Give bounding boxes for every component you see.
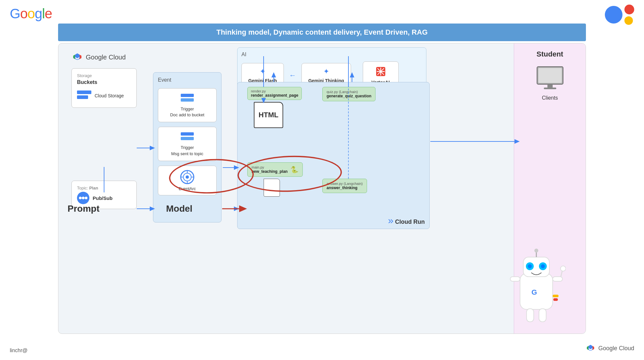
svg-point-6 <box>85 197 87 199</box>
event-title: Event <box>158 77 217 83</box>
trigger2-box: TriggerMsg sent to topic <box>158 127 217 161</box>
trigger1-icon <box>180 92 194 104</box>
storage-box: Storage Buckets Cloud Storage <box>71 68 137 108</box>
monitor-icon <box>535 65 565 91</box>
render-fn: render_assignment_page <box>251 93 298 98</box>
svg-rect-11 <box>181 132 194 136</box>
assistant-icon <box>605 5 634 25</box>
storage-subtitle: Buckets <box>77 79 131 85</box>
svg-rect-9 <box>181 94 194 97</box>
svg-rect-56 <box>553 277 562 281</box>
svg-rect-2 <box>77 95 88 99</box>
svg-text:G: G <box>531 288 537 296</box>
svg-rect-59 <box>527 309 534 322</box>
clients-label: Clients <box>542 95 558 101</box>
render-file: render.py <box>251 89 298 93</box>
svg-rect-61 <box>553 295 559 297</box>
gemini-thinking-icon: ✦ <box>308 67 344 76</box>
svg-point-50 <box>528 264 532 268</box>
cloud-storage-icon <box>77 90 91 101</box>
header-banner: Thinking model, Dynamic content delivery… <box>58 24 586 41</box>
trigger2-label: TriggerMsg sent to topic <box>162 145 212 156</box>
answer-box: answer.py (Langchain) answer_thinking <box>322 179 367 193</box>
cloud-run-icon: » <box>388 215 393 226</box>
google-cloud-label: Google Cloud <box>71 51 126 63</box>
google-logo: Google <box>10 6 52 22</box>
quiz-box: quiz.py (Langchain) generate_quiz_questi… <box>322 87 376 101</box>
quiz-file: quiz.py (Langchain) <box>327 90 371 94</box>
small-doc <box>264 179 280 197</box>
ai-title: AI <box>241 52 422 57</box>
svg-rect-12 <box>181 137 194 140</box>
eventarc-icon <box>180 170 194 184</box>
svg-rect-55 <box>510 277 520 281</box>
svg-rect-31 <box>538 68 562 83</box>
assistant-circle-red <box>624 5 634 14</box>
prompt-label: Prompt <box>68 204 100 214</box>
robot-svg: G <box>507 247 566 332</box>
html-label: HTML <box>258 111 278 119</box>
python-icon: 🐍 <box>290 166 299 173</box>
render-box: render.py render_assignment_page <box>247 87 302 100</box>
bottom-google-cloud: Google Cloud <box>585 343 634 353</box>
storage-item-label: Cloud Storage <box>95 93 124 98</box>
storage-section-label: Storage <box>77 73 131 78</box>
svg-rect-32 <box>547 84 553 88</box>
attribution: linchr@ <box>10 348 27 353</box>
trigger1-label: TriggerTrigger Doc add to bucketDoc add … <box>162 106 212 118</box>
svg-rect-62 <box>553 298 558 301</box>
bottom-gc-label: Google Cloud <box>598 345 634 352</box>
svg-point-4 <box>79 197 82 199</box>
answer-fn: answer_thinking <box>327 186 363 190</box>
main-fn: new_teaching_plan <box>252 169 288 174</box>
main-box: main.py new_teaching_plan 🐍 <box>247 162 303 177</box>
svg-rect-1 <box>77 90 91 94</box>
google-cloud-icon <box>71 51 83 63</box>
html-doc: HTML <box>254 102 283 128</box>
model-label: Model <box>166 204 192 214</box>
pubsub-label: Pub/Sub <box>93 195 113 201</box>
svg-point-58 <box>560 266 566 271</box>
trigger1-box: TriggerTrigger Doc add to bucketDoc add … <box>158 88 217 122</box>
assistant-circle-blue <box>605 6 622 24</box>
main-file: main.py <box>252 165 288 169</box>
svg-point-5 <box>82 197 84 199</box>
pubsub-icon <box>77 192 89 204</box>
arrow-left-icon: ← <box>289 71 296 80</box>
cloud-run-section: render.py render_assignment_page HTML ma… <box>237 82 430 229</box>
eventarc-label: EventArc <box>162 186 212 191</box>
trigger2-icon <box>180 131 194 143</box>
svg-rect-33 <box>544 88 556 89</box>
svg-point-51 <box>541 264 545 268</box>
svg-point-53 <box>534 249 538 253</box>
assistant-circle-yellow <box>624 16 633 25</box>
svg-rect-10 <box>181 98 194 102</box>
cloud-run-title: Cloud Run <box>395 219 425 225</box>
bottom-gc-icon <box>585 343 596 353</box>
vertex-icon <box>375 66 387 77</box>
event-box: Event TriggerTrigger Doc add to bucketDo… <box>153 72 222 222</box>
client-icon <box>535 65 565 92</box>
svg-point-15 <box>186 175 189 179</box>
robot-illustration: G <box>500 244 572 335</box>
svg-rect-60 <box>539 309 546 322</box>
gemini-flash-icon: ✦ <box>248 67 277 76</box>
topic-label: Topic: Plan <box>77 186 131 190</box>
google-cloud-text: Google Cloud <box>86 54 126 61</box>
quiz-fn: generate_quiz_question <box>327 94 371 98</box>
student-title: Student <box>537 50 563 58</box>
answer-file: answer.py (Langchain) <box>327 182 363 186</box>
eventarc-box: EventArc <box>158 166 217 195</box>
